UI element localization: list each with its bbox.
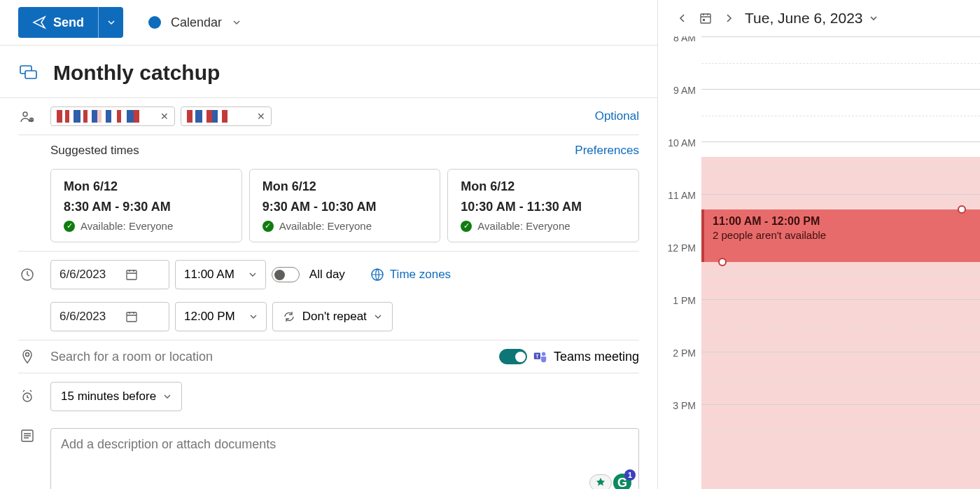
repeat-button[interactable]: Don't repeat bbox=[272, 302, 393, 331]
repeat-icon bbox=[283, 310, 295, 323]
location-icon bbox=[18, 349, 36, 364]
calendar-icon bbox=[125, 310, 138, 323]
reminder-select[interactable]: 15 minutes before bbox=[50, 382, 182, 411]
svg-rect-5 bbox=[127, 270, 136, 280]
event-title[interactable]: Monthly catchup bbox=[53, 61, 220, 85]
description-icon bbox=[18, 428, 36, 443]
description-row: Add a description or attach documents G1 bbox=[18, 420, 639, 489]
send-label: Send bbox=[53, 15, 84, 30]
attendees-row: ✕ ✕ Optional bbox=[18, 98, 639, 135]
suggested-cards-row: Mon 6/12 8:30 AM - 9:30 AM ✓Available: E… bbox=[18, 158, 639, 252]
teams-toggle[interactable] bbox=[499, 349, 527, 364]
calendar-grid[interactable]: 8 AM 9 AM 10 AM 11 AM 12 PM 1 PM 2 PM 3 … bbox=[658, 36, 980, 489]
calendar-event[interactable]: 11:00 AM - 12:00 PM 2 people aren't avai… bbox=[701, 209, 980, 262]
check-icon: ✓ bbox=[461, 221, 472, 232]
people-icon bbox=[18, 109, 36, 124]
calendar-picker[interactable]: Calendar bbox=[148, 15, 241, 30]
hour-label: 1 PM bbox=[658, 295, 701, 347]
chevron-down-icon bbox=[374, 312, 382, 321]
chat-icon bbox=[18, 62, 39, 83]
suggested-time-card[interactable]: Mon 6/12 8:30 AM - 9:30 AM ✓Available: E… bbox=[50, 169, 242, 242]
hour-label: 11 AM bbox=[658, 190, 701, 242]
svg-point-8 bbox=[26, 353, 29, 357]
optional-link[interactable]: Optional bbox=[595, 109, 639, 123]
start-time-row: 6/6/2023 11:00 AM All day Time zones bbox=[18, 252, 639, 294]
end-time-row: 6/6/2023 12:00 PM Don't repeat bbox=[18, 294, 639, 340]
title-row: Monthly catchup bbox=[0, 46, 657, 98]
resize-handle-icon[interactable] bbox=[958, 205, 966, 214]
resize-handle-icon[interactable] bbox=[718, 258, 727, 266]
svg-text:T: T bbox=[536, 353, 539, 359]
end-date-input[interactable]: 6/6/2023 bbox=[50, 302, 169, 331]
hour-label: 8 AM bbox=[658, 36, 701, 85]
preferences-link[interactable]: Preferences bbox=[575, 144, 639, 158]
toolbar: Send Calendar bbox=[0, 0, 657, 46]
reminder-row: 15 minutes before bbox=[18, 373, 639, 420]
attendee-chip[interactable]: ✕ bbox=[181, 106, 272, 126]
hour-label: 2 PM bbox=[658, 347, 701, 400]
send-icon bbox=[32, 15, 46, 29]
svg-point-11 bbox=[542, 352, 546, 357]
hour-label: 12 PM bbox=[658, 242, 701, 295]
suggested-time-card[interactable]: Mon 6/12 10:30 AM - 11:30 AM ✓Available:… bbox=[447, 169, 639, 242]
svg-rect-1 bbox=[25, 71, 36, 78]
start-date-input[interactable]: 6/6/2023 bbox=[50, 260, 169, 289]
suggested-heading: Suggested times bbox=[50, 144, 139, 158]
hour-label: 9 AM bbox=[658, 85, 701, 137]
check-icon: ✓ bbox=[262, 221, 274, 232]
check-icon: ✓ bbox=[64, 221, 75, 232]
suggested-time-card[interactable]: Mon 6/12 9:30 AM - 10:30 AM ✓Available: … bbox=[249, 169, 441, 242]
today-button[interactable] bbox=[699, 11, 713, 25]
location-row: T Teams meeting bbox=[18, 340, 639, 373]
calendar-label: Calendar bbox=[171, 15, 222, 30]
next-day-button[interactable] bbox=[724, 13, 734, 23]
chevron-down-icon bbox=[163, 392, 172, 401]
attendee-chip[interactable]: ✕ bbox=[50, 106, 175, 126]
globe-icon bbox=[370, 268, 384, 282]
remove-attendee-icon[interactable]: ✕ bbox=[257, 111, 265, 122]
allday-label: All day bbox=[309, 268, 345, 282]
svg-rect-14 bbox=[701, 14, 710, 23]
grammarly-badge-icon[interactable]: G1 bbox=[613, 474, 631, 489]
calendar-dot-icon bbox=[148, 16, 161, 29]
remove-attendee-icon[interactable]: ✕ bbox=[160, 111, 169, 122]
teams-icon: T bbox=[533, 349, 548, 364]
calendar-icon bbox=[125, 268, 138, 281]
svg-point-2 bbox=[23, 112, 27, 116]
calendar-header: Tue, June 6, 2023 bbox=[658, 0, 980, 36]
prev-day-button[interactable] bbox=[678, 13, 687, 23]
teams-label: Teams meeting bbox=[554, 350, 639, 364]
calendar-date-picker[interactable]: Tue, June 6, 2023 bbox=[745, 10, 878, 27]
send-split-chevron[interactable] bbox=[98, 7, 123, 38]
description-input[interactable]: Add a description or attach documents G1 bbox=[50, 428, 639, 489]
start-time-input[interactable]: 11:00 AM bbox=[175, 260, 266, 289]
allday-toggle[interactable] bbox=[272, 267, 300, 282]
svg-rect-15 bbox=[703, 19, 705, 21]
chevron-down-icon bbox=[232, 18, 241, 27]
svg-rect-7 bbox=[127, 312, 136, 322]
end-time-input[interactable]: 12:00 PM bbox=[175, 302, 267, 331]
editor-badge-icon[interactable] bbox=[589, 474, 612, 489]
hour-label: 10 AM bbox=[658, 137, 701, 190]
chevron-down-icon bbox=[249, 312, 258, 321]
send-button[interactable]: Send bbox=[18, 7, 123, 38]
location-input[interactable] bbox=[50, 350, 493, 364]
timezones-link[interactable]: Time zones bbox=[370, 268, 451, 282]
reminder-icon bbox=[18, 389, 36, 404]
chevron-down-icon bbox=[248, 270, 257, 279]
clock-icon bbox=[18, 267, 36, 282]
hour-label: 3 PM bbox=[658, 400, 701, 453]
suggested-header-row: Suggested times Preferences bbox=[18, 135, 639, 158]
